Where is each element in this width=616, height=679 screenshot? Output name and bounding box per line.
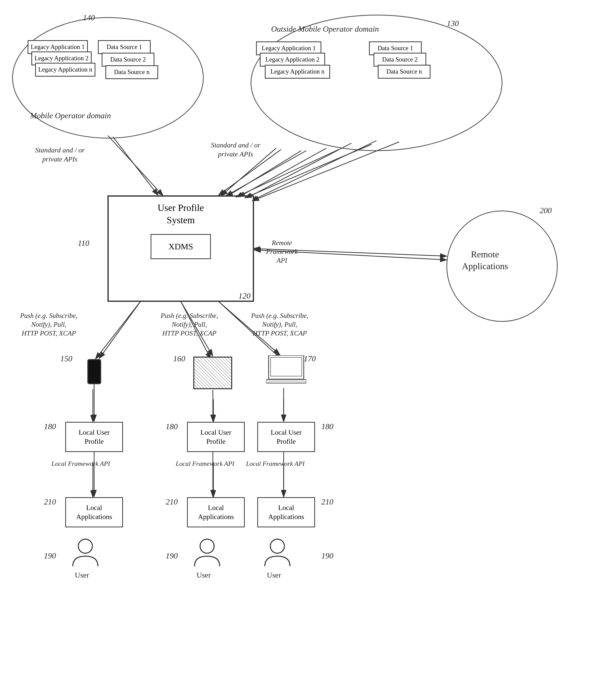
svg-point-26 <box>78 539 92 553</box>
ref-210a: 210 <box>44 497 56 507</box>
user-label-1: User <box>75 570 89 580</box>
column-arrows <box>0 0 616 679</box>
laptop-device <box>266 355 306 388</box>
diagram: Mobile Operator domain Legacy Applicatio… <box>0 0 616 679</box>
ref-140: 140 <box>83 13 95 22</box>
ref-160: 160 <box>173 354 185 363</box>
remote-framework-api-label: Remote Framework API <box>266 238 298 265</box>
ref-190c: 190 <box>321 551 333 560</box>
ref-190b: 190 <box>166 551 178 560</box>
user-icon-3 <box>262 538 293 568</box>
ref-180a: 180 <box>44 422 56 431</box>
phone-device <box>88 359 101 384</box>
legacy-appn-right: Legacy Application n <box>265 65 330 78</box>
local-applications-1: Local Applications <box>65 497 123 527</box>
legacy-appn-left: Legacy Application n <box>35 63 95 76</box>
user-icon-2 <box>192 538 222 568</box>
standard-apis-left: Standard and / or private APIs <box>35 146 84 164</box>
svg-line-38 <box>113 137 158 195</box>
user-label-2: User <box>197 570 211 580</box>
svg-line-7 <box>108 136 163 196</box>
local-user-profile-3: Local User Profile <box>257 422 315 452</box>
ref-180b: 180 <box>166 422 178 431</box>
local-framework-api-3: Local Framework API <box>246 459 305 468</box>
svg-line-42 <box>245 144 372 198</box>
ref-110: 110 <box>78 238 89 248</box>
user-profile-system-label: User Profile System <box>158 202 204 226</box>
local-user-profile-1: Local User Profile <box>65 422 123 452</box>
local-framework-api-1: Local Framework API <box>52 459 110 468</box>
data-source2-left: Data Source 2 <box>102 53 155 67</box>
user-profile-system-box: User Profile System XDMS <box>108 196 253 301</box>
svg-line-43 <box>252 142 399 201</box>
local-user-profile-2: Local User Profile <box>187 422 245 452</box>
local-framework-api-2: Local Framework API <box>176 459 235 468</box>
push-label-middle: Push (e.g. Subscribe, Notify), Pull, HTT… <box>161 311 218 338</box>
tablet-device <box>193 357 232 389</box>
local-applications-3: Local Applications <box>257 497 315 527</box>
ref-180c: 180 <box>321 422 333 431</box>
ref-150: 150 <box>60 354 72 363</box>
svg-rect-25 <box>266 380 306 383</box>
svg-point-3 <box>251 15 502 151</box>
user-icon-1 <box>70 538 100 568</box>
svg-line-12 <box>251 141 377 201</box>
user-label-3: User <box>267 570 281 580</box>
push-label-left: Push (e.g. Subscribe, Notify), Pull, HTT… <box>20 311 77 338</box>
svg-line-35 <box>99 301 141 359</box>
data-source2-right: Data Source 2 <box>374 53 426 67</box>
mobile-operator-domain-label: Mobile Operator domain <box>30 110 111 121</box>
ref-190a: 190 <box>44 551 56 560</box>
ref-120: 120 <box>238 291 250 300</box>
remote-applications-label: Remote Applications <box>462 249 508 272</box>
svg-rect-24 <box>271 357 302 376</box>
svg-line-14 <box>95 301 141 359</box>
standard-apis-right: Standard and / or private APIs <box>211 141 260 159</box>
push-label-right: Push (e.g. Subscribe, Notify), Pull, HTT… <box>251 311 308 338</box>
svg-line-11 <box>246 143 351 198</box>
data-sourcen-right: Data Source n <box>378 65 431 78</box>
ref-200: 200 <box>540 206 552 215</box>
data-sourcen-left: Data Source n <box>105 65 158 79</box>
ref-210c: 210 <box>321 497 333 507</box>
svg-point-28 <box>270 539 284 553</box>
arrows-svg <box>0 0 616 679</box>
legacy-app2-right: Legacy Application 2 <box>260 53 325 67</box>
ref-210b: 210 <box>166 497 178 507</box>
local-applications-2: Local Applications <box>187 497 245 527</box>
xdms-box: XDMS <box>150 234 211 259</box>
svg-point-27 <box>200 539 214 553</box>
outside-domain-label: Outside Mobile Operator domain <box>271 24 379 34</box>
ref-130: 130 <box>447 19 459 28</box>
data-source1-left: Data Source 1 <box>98 40 150 54</box>
